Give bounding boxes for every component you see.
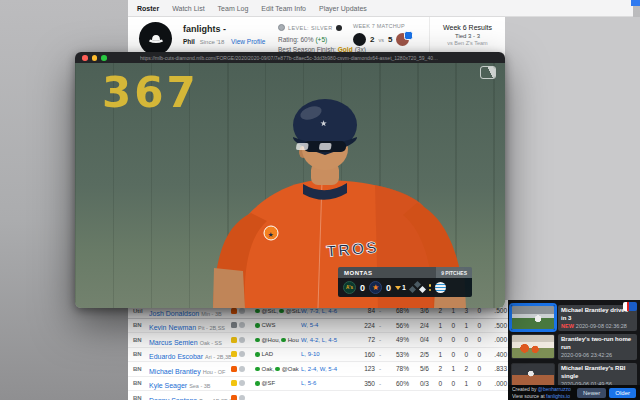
opponent-label: LAD: [262, 351, 274, 357]
inning-bottom-arrow-icon: [395, 286, 401, 290]
stat-rbi: 3: [455, 307, 468, 314]
video-player-window: https://mlb-cuts-diamond.mlb.com/FORGE/2…: [75, 52, 505, 308]
game-score-link[interactable]: W, 4-2, L, 4-5: [301, 337, 353, 343]
stat-avg: .500: [481, 322, 507, 329]
helmet-star-icon: ★: [320, 119, 327, 128]
game-score-link[interactable]: L, 5-6: [301, 380, 353, 386]
video-canvas[interactable]: 367 ★: [75, 63, 505, 308]
minimize-button[interactable]: [92, 55, 98, 61]
position-label: Util: [133, 308, 149, 314]
astros-logo-icon: [369, 281, 382, 294]
note-icon[interactable]: [239, 322, 245, 328]
stat-sb: 0: [468, 380, 481, 387]
table-row: BNDanny SantanaTex - 1B,2B,3B,SS,OF: [128, 391, 508, 400]
rating-label: Rating: 60%: [278, 36, 313, 43]
week6-opponent: vs Ben Z's Team: [430, 40, 505, 46]
scorebug-main-row: A's 0 0 1: [338, 278, 472, 297]
level-label: LEVEL: SILVER: [288, 25, 333, 31]
opponent-cell: CWS: [255, 322, 301, 328]
video-list-item[interactable]: Michael Brantley drives in 3NEW2020-09-0…: [511, 305, 637, 331]
desktop: RosterWatch ListTeam LogEdit Team InfoPl…: [0, 0, 640, 400]
week7-score-row: 2 vs 5: [353, 33, 429, 46]
game-live-icon: [279, 309, 284, 314]
credit-prefix: Created by: [512, 386, 536, 392]
position-label: BN: [133, 395, 149, 400]
avatar: [353, 33, 366, 46]
player-status-cell: [231, 380, 255, 386]
stat-rank: 84: [353, 307, 375, 314]
inning-number: 1: [402, 284, 406, 291]
stat-hr: 0: [442, 322, 455, 329]
position-label: BN: [133, 337, 149, 343]
creator-handle-link[interactable]: @benharruzzo: [538, 386, 571, 392]
stat-last: -: [375, 307, 385, 314]
game-score-link[interactable]: L, 9-10: [301, 351, 353, 357]
source-line: View source at fanlights.io: [512, 393, 574, 400]
stat-start-pct: 60%: [385, 380, 409, 387]
source-link[interactable]: fanlights.io: [546, 393, 570, 399]
opponent-label: Hou: [288, 337, 299, 343]
stat-sb: 0: [468, 307, 481, 314]
away-score: 0: [360, 283, 365, 293]
status-icon: [231, 395, 237, 400]
older-button[interactable]: Older: [609, 388, 636, 398]
stat-start-pct: 68%: [385, 307, 409, 314]
game-score-link[interactable]: L, 2-4, W, 5-4: [301, 366, 353, 372]
team-name: fanlights -: [183, 24, 226, 34]
player-status-cell: [231, 366, 255, 372]
position-label: BN: [133, 380, 149, 386]
status-icon: [231, 337, 237, 343]
scorebug: MONTAS 9 PITCHES A's 0 0 1: [338, 267, 472, 297]
tab-watch-list[interactable]: Watch List: [172, 5, 204, 12]
video-list-item[interactable]: Brantley's two-run home run2020-09-06 23…: [511, 334, 637, 360]
game-score-link[interactable]: W, 7-3, L, 4-6: [301, 308, 353, 314]
roster-table-body: UtilJosh DonaldsonMin - 3B@StL,@StLW, 7-…: [128, 304, 508, 400]
att-logo-icon: [435, 282, 446, 293]
owner-name: Phil: [183, 38, 195, 45]
note-icon[interactable]: [239, 337, 245, 343]
stat-hr: 1: [442, 307, 455, 314]
tab-roster[interactable]: Roster: [137, 5, 159, 12]
note-icon[interactable]: [239, 380, 245, 386]
close-button[interactable]: [82, 55, 88, 61]
page-gutter: [505, 17, 640, 300]
position-label: BN: [133, 351, 149, 357]
note-icon[interactable]: [239, 395, 245, 400]
week7-matchup[interactable]: WEEK 7 MATCHUP 2 vs 5: [353, 23, 429, 46]
opponent-label: @Oak: [282, 366, 299, 372]
view-profile-link[interactable]: View Profile: [231, 38, 265, 45]
stat-avg: .833: [481, 365, 507, 372]
stat-sb: 0: [468, 322, 481, 329]
tab-edit-team-info[interactable]: Edit Team Info: [261, 5, 306, 12]
stat-last: -: [375, 322, 385, 329]
video-url: https://mlb-cuts-diamond.mlb.com/FORGE/2…: [140, 55, 440, 61]
rating-delta: (+5): [315, 36, 327, 43]
athletics-logo-icon: A's: [343, 281, 356, 294]
scrollbar-thumb[interactable]: [631, 0, 640, 6]
roster-table: UtilJosh DonaldsonMin - 3B@StL,@StLW, 7-…: [128, 300, 508, 400]
mlb-logo-icon: [623, 302, 637, 311]
newer-button[interactable]: Newer: [577, 388, 606, 398]
stat-rbi: 1: [455, 380, 468, 387]
stat-last: -: [375, 336, 385, 343]
window-titlebar[interactable]: https://mlb-cuts-diamond.mlb.com/FORGE/2…: [75, 52, 505, 63]
game-live-icon: [255, 338, 260, 343]
info-icon[interactable]: [336, 25, 342, 31]
window-controls: [82, 55, 107, 61]
opponent-label: @StL: [286, 308, 301, 314]
note-icon[interactable]: [239, 308, 245, 314]
scorebug-pitcher-strip: MONTAS 9 PITCHES: [338, 267, 472, 278]
stat-start-pct: 78%: [385, 365, 409, 372]
credit-line: Created by @benharruzzo: [512, 386, 574, 393]
week7-right-score: 5: [388, 35, 392, 44]
stat-rbi: 0: [455, 351, 468, 358]
zoom-button[interactable]: [101, 55, 107, 61]
tab-team-log[interactable]: Team Log: [218, 5, 249, 12]
note-icon[interactable]: [239, 351, 245, 357]
opponent-cell: @StL,@StL: [255, 308, 301, 314]
player-status-cell: [231, 337, 255, 343]
credit-bar: Created by @benharruzzo View source at f…: [508, 385, 640, 400]
tab-player-updates[interactable]: Player Updates: [319, 5, 367, 12]
game-score-link[interactable]: W, 5-4: [301, 322, 353, 328]
note-icon[interactable]: [239, 366, 245, 372]
